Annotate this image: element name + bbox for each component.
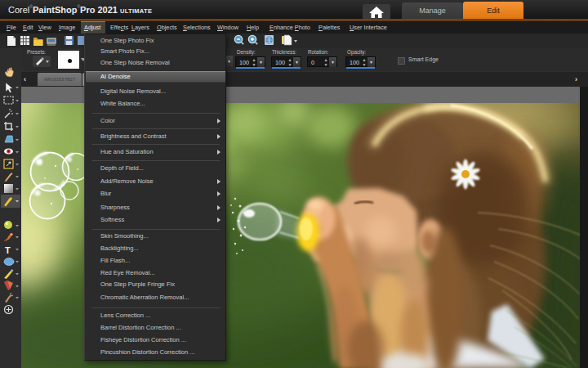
svg-text:T: T <box>5 245 11 255</box>
